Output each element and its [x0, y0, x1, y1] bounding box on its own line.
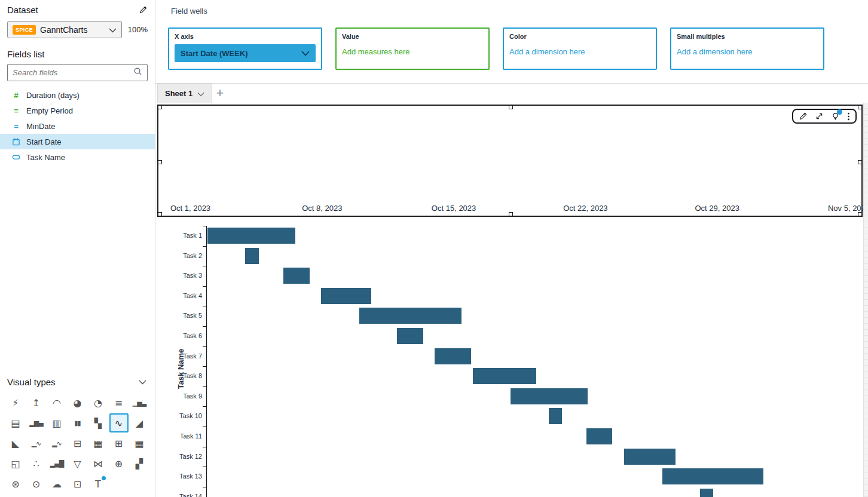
- field-pill-start-date-week[interactable]: Start Date (WEEK): [175, 44, 316, 62]
- visual-type-table-icon[interactable]: ▦: [130, 434, 149, 453]
- search-icon: [133, 67, 142, 78]
- chevron-down-icon[interactable]: [301, 48, 310, 59]
- field-well-color[interactable]: ColorAdd a dimension here: [503, 27, 657, 70]
- visual-type-pie-chart-icon[interactable]: ◔: [88, 393, 108, 412]
- resize-handle[interactable]: [858, 160, 862, 164]
- visual-type-custom-content-icon[interactable]: ⊡: [68, 474, 87, 493]
- field-item-label: Start Date: [26, 137, 62, 146]
- field-well-value[interactable]: ValueAdd measures here: [335, 27, 490, 70]
- dataset-label: Dataset: [7, 5, 38, 15]
- visual-type-vertical-stacked-bar-chart-icon[interactable]: ▂▆▄: [27, 413, 46, 432]
- tab-sheet-1[interactable]: Sheet 1: [157, 84, 212, 103]
- gantt-bar-task-2[interactable]: [245, 248, 258, 264]
- gantt-bar-task-13[interactable]: [662, 468, 764, 484]
- y-axis-category-label: Task 14: [157, 493, 202, 497]
- well-placeholder-small-multiples[interactable]: Add a dimension here: [677, 47, 752, 56]
- gantt-bar-task-10[interactable]: [549, 408, 562, 424]
- visual-type-points-on-map-icon[interactable]: ⊕: [109, 454, 129, 473]
- visual-type-line-chart-icon[interactable]: ∿: [109, 413, 129, 432]
- visual-type-kpi-icon[interactable]: ↥: [27, 393, 46, 412]
- visual-type-word-cloud-icon[interactable]: ☁: [47, 474, 66, 493]
- visual-type-horizontal-stacked-bar-chart-icon[interactable]: ▤: [6, 413, 25, 432]
- visual-type-histogram-icon[interactable]: ▂▄█: [47, 454, 66, 473]
- visual-type-vertical-bar-chart-icon[interactable]: ▁▅▃: [130, 393, 149, 412]
- gantt-bar-task-7[interactable]: [435, 348, 470, 364]
- visual-type-filled-map-icon[interactable]: ▞: [130, 454, 149, 473]
- visual-type-combo-bar-line-chart-icon[interactable]: ▁∿: [27, 434, 46, 453]
- visual-type-insights-icon[interactable]: ⊙: [27, 474, 46, 493]
- zoom-level[interactable]: 100%: [128, 25, 148, 34]
- visual-type-horizontal-bar-chart-icon[interactable]: ≡: [109, 393, 129, 412]
- resize-handle[interactable]: [509, 212, 513, 216]
- x-axis-tick-label: Oct 22, 2023: [563, 204, 607, 213]
- visual-type-donut-chart-icon[interactable]: ◕: [68, 393, 87, 412]
- visual-type-scatter-plot-icon[interactable]: ∴: [27, 454, 46, 473]
- gantt-bar-task-8[interactable]: [473, 368, 536, 384]
- field-well-x-axis[interactable]: X axisStart Date (WEEK): [168, 27, 322, 70]
- field-item-mindate[interactable]: =MinDate: [0, 118, 155, 134]
- well-placeholder-color[interactable]: Add a dimension here: [509, 47, 585, 56]
- gantt-bar-task-4[interactable]: [321, 288, 371, 304]
- chevron-down-icon[interactable]: [197, 88, 204, 99]
- edit-dataset-icon[interactable]: [139, 5, 148, 14]
- resize-handle[interactable]: [158, 212, 162, 216]
- maximize-visual-icon[interactable]: [815, 112, 824, 121]
- visual-type-sankey-diagram-icon[interactable]: ⋈: [88, 454, 108, 473]
- y-axis-tick: [203, 487, 206, 487]
- visual-type-vertical-100-stacked-bar-chart-icon[interactable]: ▮▮: [68, 413, 87, 432]
- resize-handle[interactable]: [858, 212, 862, 216]
- gantt-bar-task-9[interactable]: [511, 388, 587, 404]
- y-axis-category-label: Task 7: [157, 352, 202, 360]
- resize-handle[interactable]: [858, 105, 862, 109]
- visual-type-horizontal-100-stacked-bar-chart-icon[interactable]: ▥: [47, 413, 66, 432]
- add-sheet-button[interactable]: +: [212, 85, 228, 102]
- edit-visual-icon[interactable]: [799, 112, 808, 121]
- collapse-visual-types-icon[interactable]: [139, 380, 146, 385]
- visual-type-funnel-chart-icon[interactable]: ▽: [68, 454, 87, 473]
- field-pill-label: Start Date (WEEK): [181, 49, 301, 58]
- visual-type-stacked-area-chart-icon[interactable]: ◣: [6, 434, 25, 453]
- visual-empty-chart[interactable]: Oct 1, 2023Oct 8, 2023Oct 15, 2023Oct 22…: [157, 105, 863, 217]
- visual-type-tree-map-icon[interactable]: ◱: [6, 454, 25, 473]
- y-axis-category-label: Task 10: [157, 412, 202, 419]
- resize-handle[interactable]: [158, 160, 162, 164]
- gantt-bar-task-12[interactable]: [624, 449, 676, 465]
- field-item-duration-days[interactable]: #Duration (days): [0, 87, 155, 103]
- well-placeholder-value[interactable]: Add measures here: [342, 47, 409, 56]
- search-fields-input[interactable]: [13, 68, 130, 77]
- visual-type-pivot-table-icon[interactable]: ⊞: [109, 434, 129, 453]
- gantt-bar-task-1[interactable]: [207, 228, 295, 244]
- visual-type-waterfall-chart-icon[interactable]: ▚: [88, 413, 108, 432]
- dataset-selector[interactable]: SPICE GanntCharts: [7, 21, 122, 38]
- canvas-scroll-gutter[interactable]: [863, 103, 868, 497]
- field-item-empty-period[interactable]: =Empty Period: [0, 103, 155, 118]
- gantt-bar-task-6[interactable]: [397, 328, 423, 344]
- visual-type-gauge-icon[interactable]: ◠: [47, 393, 66, 412]
- visual-type-combo-stacked-bar-line-chart-icon[interactable]: ▂∿: [47, 434, 66, 453]
- visual-type-box-plot-icon[interactable]: ⊟: [68, 434, 87, 453]
- insights-icon[interactable]: [831, 112, 840, 121]
- visual-type-autograph-icon[interactable]: ⚡: [6, 393, 25, 412]
- visual-type-area-line-chart-icon[interactable]: ◢: [130, 413, 149, 432]
- resize-handle[interactable]: [158, 105, 162, 109]
- gantt-bar-task-3[interactable]: [283, 268, 310, 284]
- y-axis-line: [206, 226, 207, 497]
- gantt-bar-task-14[interactable]: [700, 489, 713, 497]
- y-axis-tick: [203, 226, 206, 226]
- visual-type-heat-map-icon[interactable]: ▦: [88, 434, 108, 453]
- visual-type-text-box-icon[interactable]: T: [88, 474, 108, 493]
- resize-handle[interactable]: [509, 105, 513, 109]
- visual-menu-icon[interactable]: [847, 112, 850, 121]
- visual-gantt-chart[interactable]: Task Name Task 1Task 2Task 3Task 4Task 5…: [157, 217, 863, 497]
- gantt-bar-task-11[interactable]: [586, 428, 612, 444]
- spice-badge: SPICE: [13, 25, 36, 35]
- field-item-label: MinDate: [26, 122, 55, 131]
- x-axis-tick-label: Oct 29, 2023: [695, 204, 739, 213]
- visual-type-radar-chart-icon[interactable]: ⊛: [6, 474, 25, 493]
- gantt-bar-task-5[interactable]: [359, 308, 461, 324]
- x-axis-tick-label: Oct 8, 2023: [302, 204, 342, 213]
- field-well-small-multiples[interactable]: Small multiplesAdd a dimension here: [670, 27, 824, 70]
- fields-list-title: Fields list: [0, 45, 155, 64]
- field-item-start-date[interactable]: Start Date: [0, 134, 155, 149]
- field-item-task-name[interactable]: Task Name: [0, 149, 155, 165]
